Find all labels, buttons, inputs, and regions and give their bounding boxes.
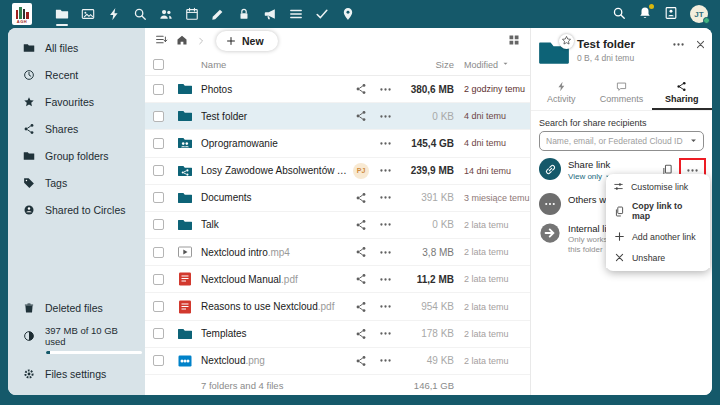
tab-comments[interactable]: Comments	[591, 78, 651, 110]
file-row[interactable]: Talk0 KB2 lata temu	[145, 212, 530, 239]
sidebar-item-shares[interactable]: Shares	[8, 115, 145, 142]
share-recipient-input[interactable]	[539, 131, 704, 151]
file-name[interactable]: Nextcloud Manual.pdf	[201, 274, 350, 285]
menu-item-add-another-link[interactable]: Add another link	[606, 226, 710, 247]
app-megaphone-button[interactable]	[258, 0, 282, 28]
column-header-name[interactable]: Name	[201, 59, 350, 70]
breadcrumb-home-button[interactable]	[174, 32, 190, 51]
file-name[interactable]: Losy Zawodowe Absolwentów AGH - raporty	[201, 165, 350, 176]
row-checkbox[interactable]	[153, 192, 164, 203]
share-button[interactable]	[354, 272, 368, 286]
row-checkbox[interactable]	[153, 165, 164, 176]
menu-item-unshare[interactable]: Unshare	[606, 247, 710, 268]
file-row[interactable]: Test folder0 KB4 dni temu	[145, 103, 530, 130]
row-actions-button[interactable]	[378, 190, 393, 205]
row-actions-button[interactable]	[378, 217, 393, 232]
file-name[interactable]: Oprogramowanie	[201, 138, 350, 149]
share-button[interactable]	[354, 82, 368, 96]
file-row[interactable]: Photos380,6 MB2 godziny temu	[145, 76, 530, 103]
row-checkbox[interactable]	[153, 301, 164, 312]
panel-close-button[interactable]	[695, 38, 706, 54]
tab-sharing[interactable]: Sharing	[652, 78, 712, 110]
row-checkbox[interactable]	[153, 274, 164, 285]
contacts-menu-button[interactable]	[664, 6, 678, 23]
row-actions-button[interactable]	[378, 245, 393, 260]
view-switch-button[interactable]	[153, 31, 170, 51]
share-button[interactable]	[354, 245, 368, 259]
share-button[interactable]	[354, 191, 368, 205]
file-row[interactable]: Templates178 KB2 lata temu	[145, 321, 530, 348]
app-magnify-button[interactable]	[128, 0, 152, 28]
row-actions-button[interactable]	[378, 299, 393, 314]
tab-activity[interactable]: Activity	[531, 78, 591, 110]
file-name[interactable]: Templates	[201, 328, 350, 339]
file-name[interactable]: Nextcloud.png	[201, 355, 350, 366]
app-photos-button[interactable]	[76, 0, 100, 28]
app-lock-button[interactable]	[232, 0, 256, 28]
grid-view-toggle[interactable]	[506, 32, 522, 51]
app-pin-button[interactable]	[336, 0, 360, 28]
row-checkbox[interactable]	[153, 84, 164, 95]
share-button[interactable]	[354, 354, 368, 368]
app-pencil-button[interactable]	[206, 0, 230, 28]
app-check-button[interactable]	[310, 0, 334, 28]
row-checkbox[interactable]	[153, 328, 164, 339]
row-checkbox[interactable]	[153, 219, 164, 230]
column-header-size[interactable]: Size	[398, 59, 454, 70]
select-all-checkbox[interactable]	[153, 59, 164, 70]
file-name[interactable]: Photos	[201, 84, 350, 95]
sidebar-item-favourites[interactable]: Favourites	[8, 88, 145, 115]
menu-item-customise-link[interactable]: Customise link	[607, 177, 709, 196]
share-button[interactable]	[354, 300, 368, 314]
row-actions-button[interactable]	[378, 272, 393, 287]
panel-actions-button[interactable]	[672, 38, 685, 54]
sidebar-item-files-settings[interactable]: Files settings	[8, 360, 145, 387]
app-users-button[interactable]	[154, 0, 178, 28]
row-checkbox[interactable]	[153, 355, 164, 366]
file-row[interactable]: Nextcloud intro.mp43,8 MB2 lata temu	[145, 239, 530, 266]
app-calendar-button[interactable]	[180, 0, 204, 28]
row-actions-button[interactable]	[378, 109, 393, 124]
file-row[interactable]: Losy Zawodowe Absolwentów AGH - raportyP…	[145, 158, 530, 185]
sidebar-item-shared-to-circles[interactable]: Shared to Circles	[8, 196, 145, 223]
column-header-modified[interactable]: Modified	[454, 59, 530, 70]
quota-block[interactable]: 397 MB of 10 GB used	[8, 321, 145, 360]
share-button[interactable]	[354, 109, 368, 123]
file-row[interactable]: Oprogramowanie145,4 GB4 dni temu	[145, 130, 530, 157]
app-bolt-button[interactable]	[102, 0, 126, 28]
file-row[interactable]: Reasons to use Nextcloud.pdf954 KB2 lata…	[145, 293, 530, 320]
file-row[interactable]: Nextcloud.png49 KB2 lata temu	[145, 348, 530, 375]
sidebar-item-all-files[interactable]: All files	[8, 34, 145, 61]
file-row[interactable]: Documents391 KB3 miesiące temu	[145, 185, 530, 212]
new-button[interactable]: New	[216, 31, 278, 51]
file-name[interactable]: Reasons to use Nextcloud.pdf	[201, 301, 350, 312]
file-name[interactable]: Test folder	[201, 111, 350, 122]
sidebar-item-deleted-files[interactable]: Deleted files	[8, 294, 145, 321]
row-actions-button[interactable]	[378, 326, 393, 341]
row-actions-button[interactable]	[378, 163, 393, 178]
sidebar-item-recent[interactable]: Recent	[8, 61, 145, 88]
row-actions-button[interactable]	[378, 82, 393, 97]
share-button[interactable]	[354, 327, 368, 341]
file-name[interactable]: Talk	[201, 219, 350, 230]
sidebar-item-tags[interactable]: Tags	[8, 169, 145, 196]
file-name[interactable]: Documents	[201, 192, 350, 203]
share-button[interactable]	[354, 218, 368, 232]
user-avatar[interactable]: JT	[690, 5, 708, 23]
row-actions-button[interactable]	[378, 136, 393, 151]
row-actions-button[interactable]	[378, 353, 393, 368]
sidebar-item-group-folders[interactable]: Group folders	[8, 142, 145, 169]
file-row[interactable]: Nextcloud Manual.pdf11,2 MB2 lata temu	[145, 266, 530, 293]
row-checkbox[interactable]	[153, 138, 164, 149]
unified-search-button[interactable]	[612, 6, 626, 23]
favourite-star-button[interactable]	[559, 34, 574, 49]
app-folder-button[interactable]	[50, 0, 74, 28]
row-checkbox[interactable]	[153, 111, 164, 122]
app-list-button[interactable]	[284, 0, 308, 28]
row-checkbox[interactable]	[153, 247, 164, 258]
share-link-permission[interactable]: View only	[568, 172, 611, 181]
notifications-button[interactable]	[638, 6, 652, 23]
file-name[interactable]: Nextcloud intro.mp4	[201, 247, 350, 258]
agh-logo[interactable]: AGH	[12, 3, 32, 25]
chevron-down-icon[interactable]	[688, 135, 699, 146]
